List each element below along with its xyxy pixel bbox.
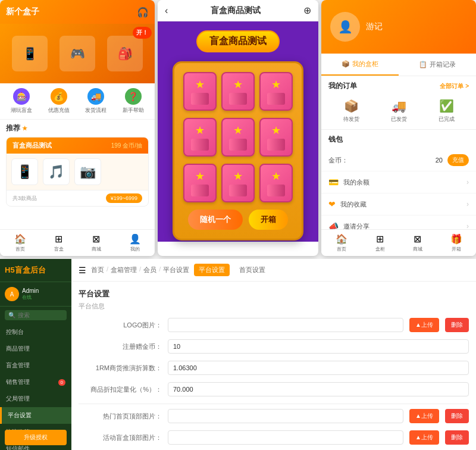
form-row-activity-top: 活动盲盒顶部图片： ▲上传 删除 <box>79 430 469 445</box>
logo-upload-button[interactable]: ▲上传 <box>409 318 439 332</box>
search-input[interactable] <box>18 312 60 318</box>
star-icon-9: ★ <box>271 170 281 183</box>
sidebar-item-dashboard[interactable]: 控制台 <box>0 324 71 340</box>
open-box-button[interactable]: 开箱 <box>249 210 288 230</box>
left-app-header: 新个盒子 🎧 <box>0 0 155 24</box>
favorites-menu[interactable]: ❤ 我的收藏 › <box>321 193 476 215</box>
order-pending[interactable]: 📦 待发货 <box>343 99 359 123</box>
tab-my-box[interactable]: 📦 我的盒柜 <box>321 54 399 76</box>
order-shipped[interactable]: 🚚 已发货 <box>391 99 407 123</box>
nav-label-2: 优惠充值 <box>48 107 70 114</box>
bnav-profile[interactable]: 👤 我的 <box>129 233 141 252</box>
open-button[interactable]: 开！ <box>133 27 152 39</box>
hero-banner: 📱 🎮 🎒 开！ <box>0 24 155 83</box>
orders-title: 我的订单 <box>328 81 357 91</box>
box-9[interactable]: ★ <box>259 164 293 202</box>
r-bnav-home[interactable]: 🏠 首页 <box>336 233 347 252</box>
right-app-header: 👤 游记 <box>321 0 476 54</box>
menu-icon[interactable]: ☰ <box>79 265 86 275</box>
value-range[interactable]: ¥199~6999 <box>106 193 142 203</box>
sidebar-item-sales[interactable]: 销售管理 0 <box>0 374 71 390</box>
activity-top-upload[interactable]: ▲上传 <box>409 430 439 445</box>
hot-top-delete[interactable]: 删除 <box>445 409 469 423</box>
help-icon: ❓ <box>125 88 142 105</box>
product-name: 盲盒商品测试 <box>12 141 52 150</box>
tab-open-record[interactable]: 📋 开箱记录 <box>399 54 476 76</box>
form-row-register-coins: 注册赠金币： <box>79 339 469 354</box>
box-1[interactable]: ★ <box>183 72 217 111</box>
pending-icon: 📦 <box>344 99 359 113</box>
r-box-icon: ⊞ <box>376 233 384 245</box>
product-thumb-3: 🎒 <box>107 36 143 71</box>
product-thumb-1: 📱 <box>12 36 48 71</box>
r-home-icon: 🏠 <box>336 233 347 245</box>
sidebar-item-platform[interactable]: 平台设置 <box>0 407 71 424</box>
tab-platform-settings[interactable]: 平台设置 <box>194 264 230 276</box>
exchange-input[interactable] <box>168 361 469 375</box>
left-app-title: 新个盒子 <box>6 7 39 17</box>
nav-item-delivery[interactable]: 🚚 发货流程 <box>85 88 107 114</box>
form-row-logo: LOGO图片： ▲上传 删除 <box>79 318 469 332</box>
hot-top-input[interactable] <box>168 409 403 423</box>
recharge-icon: 💰 <box>51 88 67 105</box>
random-button[interactable]: 随机一个 <box>188 210 243 230</box>
bnav-home[interactable]: 🏠 首页 <box>14 233 26 252</box>
box-8[interactable]: ★ <box>221 164 255 202</box>
nav-label-4: 新手帮助 <box>123 107 144 114</box>
sidebar-item-blindbox[interactable]: 盲盒管理 <box>0 357 71 374</box>
form-row-discount: 商品折扣定量化（%）： <box>79 382 469 396</box>
activity-top-input[interactable] <box>168 430 403 445</box>
box-7[interactable]: ★ <box>183 164 217 202</box>
nav-item-blind-box[interactable]: 🎰 潮玩盲盒 <box>11 88 32 114</box>
shipped-label: 已发货 <box>391 115 407 123</box>
hot-top-label: 热门首页顶部图片： <box>79 412 162 421</box>
order-complete[interactable]: ✅ 已完成 <box>439 99 455 123</box>
box-3[interactable]: ★ <box>259 72 293 111</box>
sidebar-item-parent[interactable]: 父局管理 <box>0 390 71 407</box>
product-footer: 共3款商品 ¥199~6999 <box>7 190 148 206</box>
nav-item-help[interactable]: ❓ 新手帮助 <box>123 88 144 114</box>
sales-badge: 0 <box>58 379 65 386</box>
logo-input[interactable] <box>168 318 403 332</box>
box-5[interactable]: ★ <box>221 118 255 157</box>
bnav-box[interactable]: ⊞ 盲盒 <box>54 233 64 252</box>
upgrade-button[interactable]: 升级授权 <box>5 430 67 445</box>
r-bnav-box[interactable]: ⊞ 盒柜 <box>375 233 385 252</box>
nav-item-recharge[interactable]: 💰 优惠充值 <box>48 88 70 114</box>
shop-icon: ⊠ <box>92 233 100 245</box>
game-title: 盲盒商品测试 <box>196 30 280 52</box>
left-app-panel: 新个盒子 🎧 📱 🎮 🎒 开！ 🎰 潮玩盲盒 💰 优惠充值 🚚 发货流程 ❓ 新… <box>0 0 155 256</box>
headphone-icon: 🎧 <box>137 7 149 18</box>
balance-icon: 💳 <box>328 177 339 187</box>
box-6[interactable]: ★ <box>259 118 293 157</box>
bnav-home-label: 首页 <box>15 246 25 252</box>
register-coins-input[interactable] <box>168 339 469 354</box>
bnav-shop[interactable]: ⊠ 商城 <box>92 233 101 252</box>
heart-icon: ❤ <box>328 199 336 209</box>
items-count: 共3款商品 <box>12 195 37 202</box>
logo-label: LOGO图片： <box>79 321 162 330</box>
discount-input[interactable] <box>168 382 469 396</box>
logo-delete-button[interactable]: 删除 <box>445 318 469 332</box>
box-shelf-mid: ★ ★ ★ <box>183 118 293 157</box>
back-button[interactable]: ‹ <box>165 5 168 16</box>
hot-top-upload[interactable]: ▲上传 <box>409 409 439 423</box>
r-bnav-openbox[interactable]: 🎁 开箱 <box>450 233 462 252</box>
activity-top-delete[interactable]: 删除 <box>445 430 469 445</box>
star-icon-6: ★ <box>271 124 281 137</box>
sidebar-item-products[interactable]: 商品管理 <box>0 340 71 357</box>
wallet-title: 钱包 <box>321 130 476 149</box>
r-bnav-shop[interactable]: ⊠ 商城 <box>413 233 422 252</box>
view-all-link[interactable]: 全部订单 > <box>440 82 469 90</box>
box-2[interactable]: ★ <box>221 72 255 111</box>
r-home-label: 首页 <box>337 246 346 252</box>
item-thumb-2: 🎵 <box>43 158 70 185</box>
box-4[interactable]: ★ <box>183 118 217 157</box>
tab-homepage-settings[interactable]: 首页设置 <box>234 264 270 276</box>
sidebar-search[interactable]: 🔍 <box>5 310 67 320</box>
recharge-button[interactable]: 充值 <box>447 154 469 166</box>
coins-value: 20 <box>436 157 443 164</box>
balance-menu[interactable]: 💳 我的余额 › <box>321 171 476 193</box>
breadcrumb: 首页 / 盒箱管理 / 会员 / 平台设置 <box>91 265 189 274</box>
share-icon[interactable]: ⊕ <box>303 5 311 16</box>
